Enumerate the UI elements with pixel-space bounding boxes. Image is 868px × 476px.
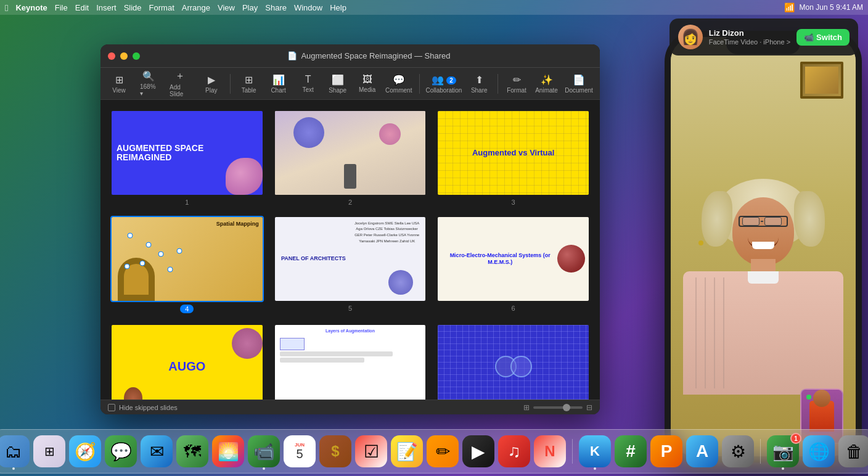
toolbar-media[interactable]: 🖼 Media [354, 72, 381, 96]
toolbar-shape[interactable]: ⬜ Shape [324, 72, 351, 96]
appstore-icon: A [696, 441, 708, 461]
menu-slide[interactable]: Slide [124, 3, 142, 12]
chart-icon: 📊 [272, 74, 285, 86]
dock-maps[interactable]: 🗺 [176, 435, 208, 467]
window-title: 📄 Augmented Space Reimagined — Shared [145, 51, 592, 60]
toolbar-zoom[interactable]: 🔍 168% ▾ [135, 68, 162, 99]
dock-facetime-active[interactable]: 📷 1 [767, 435, 799, 467]
toolbar-chart[interactable]: 📊 Chart [265, 72, 292, 96]
dock-wallet[interactable]: $ [319, 435, 351, 467]
dock-pages[interactable]: P [650, 435, 682, 467]
facetime-running-dot [263, 467, 265, 470]
keynote-window: 📄 Augmented Space Reimagined — Shared ⊞ … [100, 44, 600, 414]
dock-notes[interactable]: 📝 [391, 435, 423, 467]
dock-appstore[interactable]: A [686, 435, 718, 467]
text-icon: T [305, 74, 311, 85]
fullscreen-button[interactable] [133, 52, 140, 60]
slide7-blob2 [124, 387, 142, 400]
menu-play[interactable]: Play [242, 3, 258, 12]
slide3-grid [438, 111, 589, 195]
slide-item-3[interactable]: Augmented vs Virtual 3 [436, 110, 590, 206]
zoom-slider-area[interactable]: ⊞ ⊟ [523, 403, 592, 412]
menubar:  Keynote File Edit Insert Slide Format … [0, 0, 868, 15]
menu-format[interactable]: Format [149, 3, 174, 12]
hide-skipped-area[interactable]: Hide skipped slides [108, 404, 178, 411]
minimize-button[interactable] [120, 52, 128, 60]
toolbar-comment[interactable]: 💬 Comment [383, 72, 414, 96]
menu-window[interactable]: Window [294, 3, 322, 12]
shirt-collar [748, 271, 779, 284]
hide-skipped-checkbox[interactable] [108, 404, 115, 411]
share-icon: ⬆ [475, 74, 483, 86]
dock-globe[interactable]: 🌐 [803, 435, 835, 467]
dock-launchpad[interactable]: ⊞ [33, 435, 65, 467]
notes-icon: 📝 [396, 441, 418, 462]
slide-number-6: 6 [436, 305, 590, 312]
dock-finder[interactable]: 🗂 [0, 435, 30, 467]
slide-item-2[interactable]: 2 [274, 110, 427, 206]
toolbar-text[interactable]: T Text [295, 72, 322, 96]
toolbar-table[interactable]: ⊞ Table [235, 72, 263, 96]
dock-music[interactable]: ♫ [498, 435, 530, 467]
toolbar-animate[interactable]: ✨ Animate [533, 72, 560, 96]
apple-menu[interactable]:  [5, 2, 8, 13]
toolbar-document[interactable]: 📄 Document [563, 72, 595, 96]
zoom-slider[interactable] [533, 406, 583, 409]
dock-keynote[interactable]: K [579, 435, 611, 467]
maps-icon: 🗺 [184, 441, 201, 462]
close-button[interactable] [108, 52, 115, 60]
dock-mail[interactable]: ✉ [141, 435, 173, 467]
menu-view[interactable]: View [218, 3, 235, 12]
dock-separator-2 [760, 439, 761, 464]
dock-trash[interactable]: 🗑 [838, 435, 868, 467]
slide-item-7[interactable]: AUGO 7 [110, 324, 264, 400]
slide-item-9[interactable]: 9 [436, 324, 590, 400]
dock-freeform[interactable]: ✏ [427, 435, 459, 467]
dock-calendar[interactable]: JUN 5 [284, 435, 316, 467]
slide-item-6[interactable]: Micro-Electro-Mechanical Systems (or M.E… [436, 216, 590, 314]
menu-help[interactable]: Help [330, 3, 346, 12]
person-teeth [752, 242, 774, 249]
slide-grid-container[interactable]: AUGMENTED SPACE REIMAGINED 1 2 [100, 100, 600, 400]
dock-photos[interactable]: 🌅 [212, 435, 244, 467]
safari-icon: 🧭 [75, 441, 96, 462]
slide1-decoration [226, 158, 263, 195]
dock-news[interactable]: N [534, 435, 566, 467]
slide-thumb-8: Layers of Augmentation [274, 324, 427, 400]
toolbar-collaboration[interactable]: 👥 2 Collaboration [425, 72, 464, 96]
toolbar-format[interactable]: ✏ Format [503, 72, 530, 96]
menu-share[interactable]: Share [265, 3, 287, 12]
svg-point-0 [128, 233, 133, 238]
zoom-icon: 🔍 [142, 70, 155, 82]
toolbar-addslide[interactable]: ＋ Add Slide [165, 67, 195, 100]
play-label: Play [205, 87, 217, 94]
dock-numbers[interactable]: # [615, 435, 647, 467]
zoom-slider-thumb [563, 404, 570, 411]
toolbar-view[interactable]: ⊞ View [105, 72, 133, 96]
slide-item-8[interactable]: Layers of Augmentation 8 [274, 324, 427, 400]
slide-item-4[interactable]: Spatial Mapping [110, 216, 264, 314]
slide8-title: Layers of Augmentation [279, 329, 422, 333]
menu-insert[interactable]: Insert [96, 3, 117, 12]
menu-edit[interactable]: Edit [75, 3, 89, 12]
toolbar-share[interactable]: ⬆ Share [465, 72, 493, 96]
slide-item-5[interactable]: PANEL OF ARCHITECTS Jocelyn Engstrom SWE… [274, 216, 427, 314]
menu-arrange[interactable]: Arrange [182, 3, 210, 12]
slide-number-1: 1 [110, 199, 264, 206]
switch-button[interactable]: 📹 Switch [796, 29, 850, 46]
dock-facetime[interactable]: 📹 [248, 435, 280, 467]
facetime-active-indicator [806, 395, 811, 400]
dock-settings[interactable]: ⚙ [722, 435, 754, 467]
dock-messages[interactable]: 💬 [105, 435, 137, 467]
slide-thumb-9 [436, 324, 590, 400]
dock-appletv[interactable]: ▶ [462, 435, 494, 467]
toolbar-play[interactable]: ▶ Play [198, 72, 225, 96]
menu-file[interactable]: File [55, 3, 68, 12]
slide-item-1[interactable]: AUGMENTED SPACE REIMAGINED 1 [110, 110, 264, 206]
dock-reminders[interactable]: ☑ [355, 435, 387, 467]
menu-keynote[interactable]: Keynote [15, 3, 47, 12]
view-label: View [112, 87, 126, 94]
format-icon: ✏ [513, 74, 521, 86]
dock-safari[interactable]: 🧭 [69, 435, 101, 467]
facetime-notification: 👩 Liz Dizon FaceTime Video · iPhone > 📹 … [669, 18, 858, 55]
